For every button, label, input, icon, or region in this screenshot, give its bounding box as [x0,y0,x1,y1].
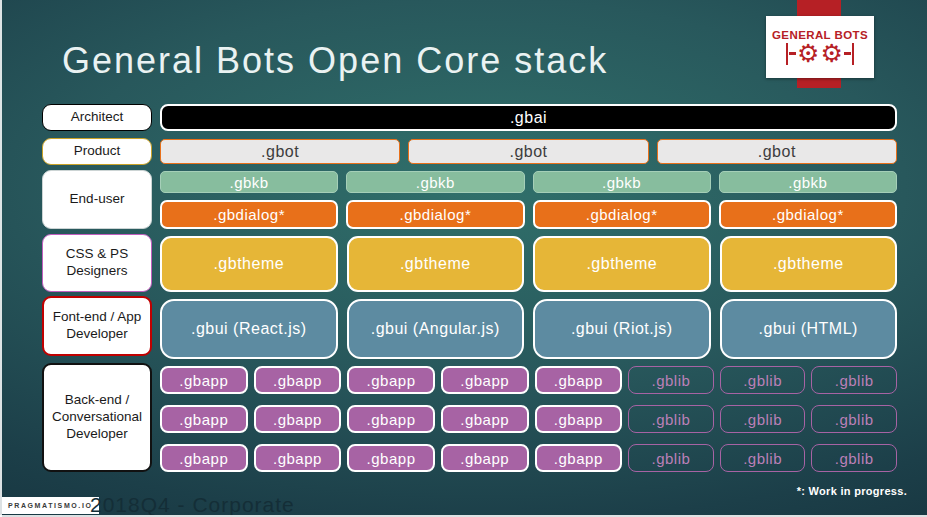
stack-box-gblib: .gblib [628,366,714,394]
stack-box-gblib: .gblib [628,444,714,472]
stack-box-gbtheme: .gbtheme [347,236,525,292]
stack-box-gbui-angular: .gbui (Angular.js) [347,299,525,359]
role-label-end-user: End-user [42,170,152,229]
stack-box-gbdialog: .gbdialog* [719,200,897,229]
stack-box-gbkb: .gbkb [346,171,524,193]
row-gbai: .gbai [160,104,897,131]
stack-box-gbkb: .gbkb [533,171,711,193]
stack-box-gbapp: .gbapp [535,366,623,394]
stack-box-gbapp: .gbapp [441,444,529,472]
stack-box-gbkb: .gbkb [719,171,897,193]
stack-box-gbapp: .gbapp [160,405,248,433]
role-label-architect: Architect [42,104,152,131]
row-gbtheme: .gbtheme .gbtheme .gbtheme .gbtheme [160,236,897,292]
stack-box-gbapp: .gbapp [347,366,435,394]
stack-box-gbapp: .gbapp [160,444,248,472]
stack-box-gbot: .gbot [657,139,897,164]
stack-box-gbdialog: .gbdialog* [533,200,711,229]
general-bots-logo: GENERAL BOTS ⚙ ⚙ [766,16,874,78]
work-in-progress-footnote: *: Work in progress. [797,485,907,497]
stack-box-gblib: .gblib [720,366,806,394]
slide-left-edge [0,0,2,517]
stack-box-gbapp: .gbapp [254,444,342,472]
stack-box-gbapp: .gbapp [347,405,435,433]
stack-box-gbtheme: .gbtheme [160,236,338,292]
stack-box-gbtheme: .gbtheme [720,236,898,292]
stack-box-gbdialog: .gbdialog* [160,200,338,229]
role-label-frontend-developer: Font-end / App Developer [42,296,152,356]
stack-box-gbui-riot: .gbui (Riot.js) [533,299,711,359]
stack-box-gblib: .gblib [628,405,714,433]
row-gbapp-2: .gbapp .gbapp .gbapp .gbapp .gbapp .gbli… [160,405,897,433]
stack-box-gblib: .gblib [720,405,806,433]
stack-box-gblib: .gblib [720,444,806,472]
stack-box-gbui-react: .gbui (React.js) [160,299,338,359]
row-gbdialog: .gbdialog* .gbdialog* .gbdialog* .gbdial… [160,200,897,229]
stack-box-gbai: .gbai [160,104,897,131]
role-label-product: Product [42,138,152,165]
stack-box-gbapp: .gbapp [535,405,623,433]
row-gbui: .gbui (React.js) .gbui (Angular.js) .gbu… [160,299,897,359]
stack-box-gbkb: .gbkb [160,171,338,193]
stack-box-gbapp: .gbapp [441,366,529,394]
stack-box-gbapp: .gbapp [254,405,342,433]
logo-wordmark: GENERAL BOTS [772,29,868,41]
stack-box-gblib: .gblib [811,444,897,472]
stack-box-gbapp: .gbapp [535,444,623,472]
stack-box-gbui-html: .gbui (HTML) [720,299,898,359]
role-label-backend-developer: Back-end / Conversational Developer [42,363,152,472]
stack-box-gblib: .gblib [811,366,897,394]
row-gbapp-1: .gbapp .gbapp .gbapp .gbapp .gbapp .gbli… [160,366,897,394]
pragmatismo-brand-badge: PRAGMATISMO.IO [2,497,99,514]
gear-bar-right [852,43,855,65]
stack-box-gblib: .gblib [811,405,897,433]
stack-box-gbtheme: .gbtheme [533,236,711,292]
row-gbkb: .gbkb .gbkb .gbkb .gbkb [160,171,897,193]
stack-box-gbapp: .gbapp [347,444,435,472]
gear-icon: ⚙ [821,42,843,66]
gear-icon: ⚙ [797,42,819,66]
stack-box-gbapp: .gbapp [254,366,342,394]
footer-text: 2018Q4 - Corporate [90,493,295,517]
stack-box-gbot: .gbot [160,139,400,164]
role-label-designers: CSS & PS Designers [42,234,152,292]
page-title: General Bots Open Core stack [62,40,608,82]
row-gbot: .gbot .gbot .gbot [160,139,897,164]
row-gbapp-3: .gbapp .gbapp .gbapp .gbapp .gbapp .gbli… [160,444,897,472]
stack-box-gbapp: .gbapp [441,405,529,433]
gear-bar-left [786,43,789,65]
gears-icon: ⚙ ⚙ [786,42,855,66]
stack-box-gbapp: .gbapp [160,366,248,394]
gear-stub-left [789,52,796,55]
gear-stub-right [844,52,851,55]
stack-box-gbot: .gbot [408,139,648,164]
slide: General Bots Open Core stack GENERAL BOT… [0,0,927,517]
stack-box-gbdialog: .gbdialog* [346,200,524,229]
